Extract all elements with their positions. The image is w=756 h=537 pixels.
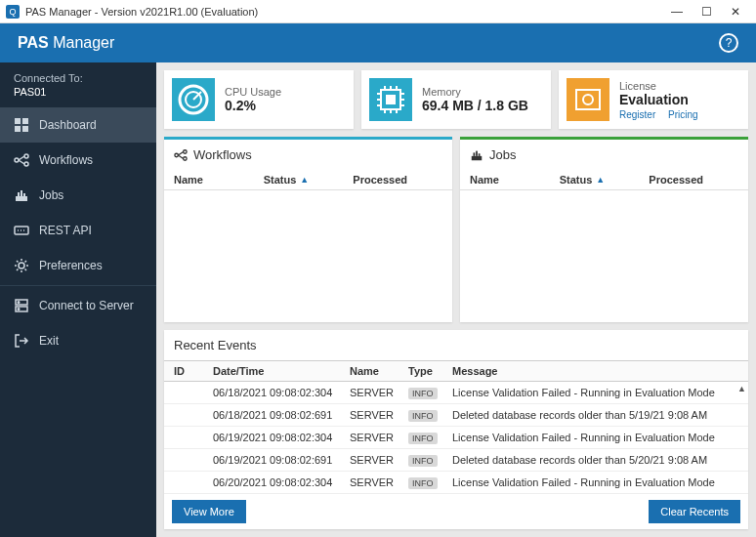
svg-rect-42 [472,155,483,159]
event-type: INFO [408,454,452,466]
svg-rect-3 [22,126,28,132]
sidebar-item-label: Preferences [39,259,103,272]
event-datetime: 06/19/2021 09:08:02:691 [213,454,350,466]
col-datetime[interactable]: Date/Time [213,365,350,377]
event-name: SERVER [350,454,408,466]
sidebar-item-label: Exit [39,334,59,348]
svg-point-40 [184,149,188,153]
titlebar: Q PAS Manager - Version v2021R1.00 (Eval… [0,0,756,23]
col-processed[interactable]: Processed [353,174,442,186]
view-more-button[interactable]: View More [172,500,246,523]
clear-recents-button[interactable]: Clear Recents [649,500,740,523]
connected-label: Connected To: [14,72,143,84]
factory-icon [470,148,483,162]
dashboard-icon [14,117,29,133]
col-message[interactable]: Message [452,365,738,377]
col-processed[interactable]: Processed [649,174,738,186]
event-row[interactable]: 06/20/2021 09:08:02:304SERVERINFOLicense… [164,472,748,494]
event-message: License Validation Failed - Running in E… [452,432,738,443]
sidebar-item-label: Connect to Server [39,299,134,312]
sidebar-item-label: Workflows [39,153,93,167]
sidebar-item-restapi[interactable]: REST API [0,213,156,248]
app-header: PAS Manager ? [0,23,756,62]
sidebar-item-preferences[interactable]: Preferences [0,248,156,283]
col-id[interactable]: ID [174,365,213,377]
minimize-button[interactable]: — [662,2,692,21]
event-datetime: 06/19/2021 09:08:02:304 [213,432,350,443]
svg-point-41 [184,156,188,160]
col-status[interactable]: Status▲ [560,174,650,186]
window-title: PAS Manager - Version v2021R1.00 (Evalua… [25,6,662,18]
svg-rect-9 [21,190,22,196]
event-row[interactable]: 06/18/2021 09:08:02:691SERVERINFODeleted… [164,404,748,427]
event-type: INFO [408,476,452,488]
svg-rect-10 [23,193,25,196]
gear-icon [14,258,29,273]
event-name: SERVER [350,432,408,443]
brand-bold: PAS [18,34,49,51]
connected-value: PAS01 [14,86,143,98]
sidebar-item-dashboard[interactable]: Dashboard [0,107,156,143]
help-icon[interactable]: ? [719,33,738,53]
svg-point-5 [24,154,28,158]
event-datetime: 06/18/2021 09:08:02:691 [213,409,350,421]
col-name[interactable]: Name [470,174,560,186]
sidebar-item-connect[interactable]: Connect to Server [0,288,156,323]
svg-point-16 [18,309,20,310]
col-status[interactable]: Status▲ [264,174,354,186]
event-message: Deleted database records older than 5/20… [452,454,738,466]
license-icon [567,78,609,121]
license-value: Evaluation [619,92,708,107]
jobs-panel: Jobs Name Status▲ Processed [460,137,748,322]
license-card: License Evaluation Register Pricing [559,70,748,129]
memory-label: Memory [422,86,528,98]
content: CPU Usage 0.2% Memory 69.4 MB / 1.8 GB [156,62,756,537]
scroll-up-icon[interactable]: ▲ [737,384,746,393]
svg-rect-1 [22,118,28,124]
events-body: ▲ 06/18/2021 09:08:02:304SERVERINFOLicen… [164,382,748,494]
svg-rect-8 [18,192,20,196]
workflows-panel: Workflows Name Status▲ Processed [164,137,452,322]
svg-rect-45 [479,153,481,156]
sidebar-item-exit[interactable]: Exit [0,323,156,358]
events-title: Recent Events [164,330,748,360]
event-type: INFO [408,387,452,398]
app-icon: Q [6,5,20,19]
maximize-button[interactable]: ☐ [692,2,721,21]
brand: PAS Manager [18,34,114,52]
col-name[interactable]: Name [350,365,408,377]
jobs-title: Jobs [489,147,516,162]
event-row[interactable]: 06/18/2021 09:08:02:304SERVERINFOLicense… [164,382,748,404]
memory-value: 69.4 MB / 1.8 GB [422,98,528,113]
jobs-icon [14,187,29,203]
sort-asc-icon: ▲ [300,175,309,185]
event-name: SERVER [350,387,408,398]
event-row[interactable]: 06/19/2021 09:08:02:304SERVERINFOLicense… [164,427,748,449]
register-link[interactable]: Register [619,109,655,120]
server-icon [14,298,29,313]
cpu-label: CPU Usage [225,86,281,98]
share-icon [174,148,188,162]
event-name: SERVER [350,409,408,421]
pricing-link[interactable]: Pricing [668,109,698,120]
event-message: License Validation Failed - Running in E… [452,476,738,488]
svg-rect-43 [474,152,476,156]
col-type[interactable]: Type [408,365,452,377]
cpu-card: CPU Usage 0.2% [164,70,354,129]
svg-point-6 [24,162,28,166]
event-row[interactable]: 06/19/2021 09:08:02:691SERVERINFODeleted… [164,449,748,472]
nav-divider [0,285,156,286]
close-button[interactable]: ✕ [721,2,750,21]
sidebar: Connected To: PAS01 Dashboard Workflows … [0,62,156,537]
event-type: INFO [408,432,452,443]
chip-icon [369,78,412,121]
event-name: SERVER [350,476,408,488]
exit-icon [14,333,29,349]
svg-rect-2 [15,126,21,132]
sidebar-item-jobs[interactable]: Jobs [0,178,156,213]
svg-rect-0 [15,118,21,124]
sidebar-item-workflows[interactable]: Workflows [0,143,156,178]
event-message: Deleted database records older than 5/19… [452,409,738,421]
svg-point-15 [18,302,20,304]
col-name[interactable]: Name [174,174,264,186]
